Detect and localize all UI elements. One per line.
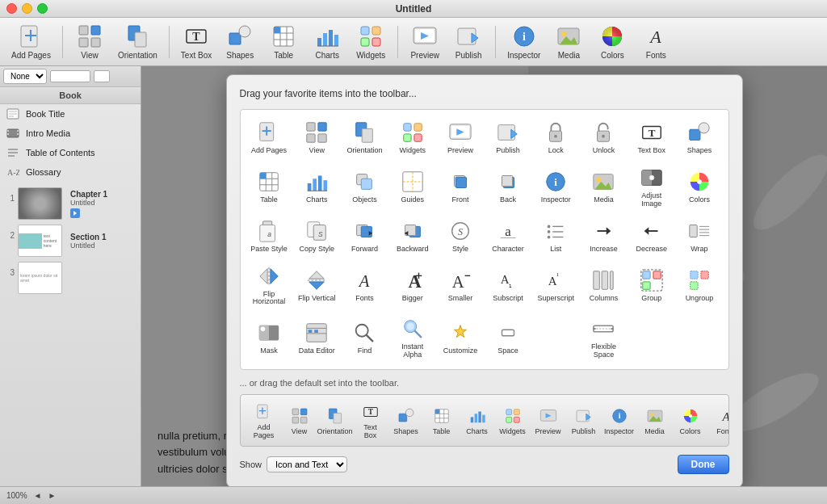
view-select[interactable]: None [3, 69, 47, 84]
sidebar-item-intro-media[interactable]: Intro Media [0, 124, 141, 143]
toolbar-charts[interactable]: Charts [307, 20, 347, 63]
grid-mask[interactable]: Mask [247, 313, 292, 363]
dt-textbox[interactable]: T Text Box [354, 400, 388, 441]
grid-copy-style[interactable]: S Copy Style [295, 215, 339, 257]
dt-textbox-label: Text Box [357, 423, 384, 439]
grid-media[interactable]: Media [581, 162, 626, 212]
toolbar-add-pages[interactable]: Add Pages [6, 20, 56, 63]
nav-input[interactable] [94, 70, 110, 82]
grid-preview[interactable]: Preview [438, 116, 482, 158]
grid-widgets[interactable]: Widgets [390, 116, 434, 158]
close-button[interactable] [6, 3, 17, 14]
grid-fonts[interactable]: A Fonts [342, 260, 387, 310]
grid-forward-label: Forward [351, 246, 378, 254]
page-thumb-2a[interactable]: text content here Section 1 Untitled [18, 225, 106, 257]
grid-front[interactable]: Front [438, 162, 482, 212]
grid-smaller[interactable]: A Smaller [438, 260, 482, 310]
nav-next-button[interactable]: ► [48, 491, 56, 500]
sidebar-item-glossary[interactable]: A-Z Glossary [0, 162, 141, 182]
grid-table[interactable]: Table [247, 162, 292, 212]
grid-find[interactable]: Find [342, 313, 387, 363]
grid-bigger[interactable]: A Bigger [390, 260, 434, 310]
svg-rect-20 [323, 33, 327, 46]
grid-flip-h[interactable]: Flip Horizontal [247, 260, 292, 310]
grid-wrap[interactable]: Wrap [677, 215, 721, 257]
grid-backward[interactable]: Backward [390, 215, 434, 257]
grid-textbox[interactable]: T Text Box [629, 116, 674, 158]
grid-decrease[interactable]: Decrease [629, 215, 674, 257]
dt-preview[interactable]: Preview [531, 404, 565, 437]
svg-rect-27 [372, 38, 380, 46]
grid-adjust-image[interactable]: Adjust Image [629, 162, 674, 212]
grid-forward-icon [351, 218, 377, 244]
grid-space[interactable]: Space [486, 313, 531, 363]
sidebar-item-book-title[interactable]: Book Title [0, 104, 141, 124]
grid-character[interactable]: a Character [486, 215, 531, 257]
page-thumb-1a[interactable]: Chapter 1 Untitled [18, 187, 107, 220]
minimize-button[interactable] [22, 3, 32, 14]
toolbar-preview[interactable]: Preview [405, 20, 445, 63]
page-number-input[interactable] [50, 70, 90, 82]
grid-back[interactable]: Back [486, 162, 531, 212]
grid-list[interactable]: List [534, 215, 578, 257]
dt-inspector[interactable]: i Inspector [602, 404, 636, 437]
grid-ungroup[interactable]: Ungroup [677, 260, 721, 310]
grid-flexible-space[interactable]: Flexible Space [581, 313, 626, 363]
dt-media[interactable]: Media [638, 404, 672, 437]
grid-group[interactable]: Group [629, 260, 674, 310]
grid-columns[interactable]: Columns [581, 260, 626, 310]
dt-view[interactable]: View [283, 404, 317, 437]
toolbar-text-box[interactable]: T Text Box [176, 20, 216, 63]
grid-shapes[interactable]: Shapes [677, 116, 721, 158]
toolbar-publish[interactable]: Publish [448, 20, 489, 63]
grid-flip-v[interactable]: Flip Vertical [295, 260, 339, 310]
dt-orientation[interactable]: Orientation [318, 404, 352, 437]
grid-publish[interactable]: Publish [486, 116, 531, 158]
toolbar-media[interactable]: Media [548, 20, 589, 63]
grid-increase[interactable]: Increase [581, 215, 626, 257]
dt-widgets[interactable]: Widgets [496, 404, 530, 437]
toolbar-table[interactable]: Table [263, 20, 304, 63]
grid-orientation[interactable]: Orientation [342, 116, 387, 158]
dt-charts[interactable]: Charts [460, 404, 494, 437]
grid-objects[interactable]: Objects [342, 162, 387, 212]
grid-add-pages[interactable]: Add Pages [247, 116, 292, 158]
page-thumb-3a[interactable]: lorem ipsum dolor sit amet [18, 262, 62, 294]
dt-publish[interactable]: Publish [567, 404, 601, 437]
grid-unlock[interactable]: Unlock [581, 116, 626, 158]
grid-style[interactable]: S Style [438, 215, 482, 257]
toolbar-shapes[interactable]: Shapes [220, 20, 260, 63]
toolbar-colors[interactable]: Colors [592, 20, 632, 63]
grid-subscript[interactable]: A₁ Subscript [486, 260, 531, 310]
dt-colors[interactable]: Colors [674, 404, 707, 437]
grid-instant-alpha[interactable]: Instant Alpha [390, 313, 434, 363]
dt-fonts[interactable]: A Fonts [709, 404, 729, 437]
grid-superscript[interactable]: A¹ Superscript [534, 260, 578, 310]
done-button[interactable]: Done [678, 455, 729, 474]
grid-view[interactable]: View [295, 116, 339, 158]
grid-inspector[interactable]: i Inspector [534, 162, 578, 212]
dt-shapes[interactable]: Shapes [389, 404, 423, 437]
toolbar-view[interactable]: View [69, 20, 110, 63]
grid-customize[interactable]: Customize [438, 313, 482, 363]
grid-orientation-label: Orientation [346, 147, 382, 155]
dt-view-label: View [292, 427, 307, 435]
toolbar-widgets[interactable]: Widgets [351, 20, 391, 63]
grid-paste-style[interactable]: a Paste Style [247, 215, 292, 257]
grid-guides[interactable]: Guides [390, 162, 434, 212]
grid-lock[interactable]: Lock [534, 116, 578, 158]
dt-table[interactable]: Table [425, 404, 459, 437]
toolbar-inspector[interactable]: i Inspector [502, 20, 545, 63]
grid-charts[interactable]: Charts [295, 162, 339, 212]
toolbar-orientation[interactable]: Orientation [113, 20, 162, 63]
svg-rect-222 [474, 414, 476, 422]
grid-colors[interactable]: Colors [677, 162, 721, 212]
nav-prev-button[interactable]: ◄ [34, 491, 42, 500]
grid-forward[interactable]: Forward [342, 215, 387, 257]
toolbar-fonts[interactable]: A Fonts [636, 20, 676, 63]
dt-add-pages[interactable]: Add Pages [247, 400, 281, 441]
show-select[interactable]: Icon and Text Icon Only Text Only [267, 456, 347, 472]
sidebar-item-toc[interactable]: Table of Contents [0, 143, 141, 162]
maximize-button[interactable] [37, 3, 48, 14]
grid-data-editor[interactable]: Data Editor [295, 313, 339, 363]
